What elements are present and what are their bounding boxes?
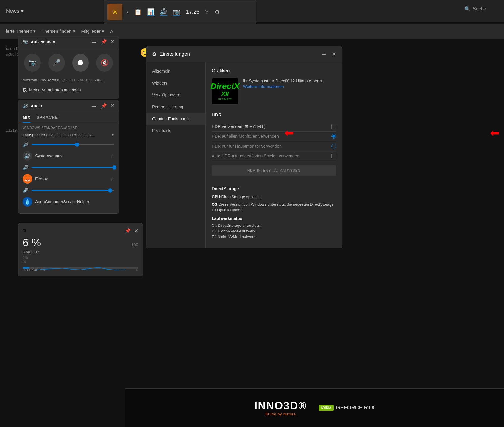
settings-minimize[interactable]: — <box>322 52 326 57</box>
hdr-all-monitors-label: HDR auf allen Monitoren verwenden <box>212 134 279 139</box>
no-mic-btn[interactable]: 🎤 <box>48 54 65 72</box>
firefox-name: Firefox <box>35 176 107 181</box>
bottom-pin[interactable]: 📌 <box>125 228 131 234</box>
main-volume-row: 🔊 <box>18 140 119 149</box>
aqua-icon: 💧 <box>23 197 32 207</box>
settings-close[interactable]: ✕ <box>332 51 336 57</box>
audio-tab-mix[interactable]: MIX <box>23 115 30 123</box>
ad-banner: INNO3D® Brutal by Nature NVIDIA GEFORCE … <box>125 388 504 427</box>
directx-link[interactable]: Weitere Informationen <box>243 84 324 89</box>
geforce-rtx-label: GEFORCE RTX <box>336 405 375 411</box>
forum-nav-members[interactable]: Mitglieder ▾ <box>81 29 104 34</box>
hdr-intensity-btn[interactable]: HDR-INTENSITÄT ANPASSEN <box>212 165 336 176</box>
forum-nav-themes[interactable]: ierte Themen ▾ <box>6 29 36 34</box>
taskbar-icon-camera[interactable]: 📷 <box>173 8 180 16</box>
settings-nav-widgets[interactable]: Widgets <box>146 77 205 89</box>
taskbar-icons: 📋 📊 🔊 📷 <box>134 8 180 16</box>
scroll-secs-label: 60 SEKUNDEN <box>23 268 45 272</box>
settings-body: Allgemein Widgets Verknüpfungen Personal… <box>146 62 342 248</box>
settings-gear-icon: ⚙ <box>152 51 157 57</box>
taskbar-arrow: › <box>127 10 128 14</box>
directx-roman: XII <box>221 90 229 97</box>
firefox-vol-icon: 🔊 <box>23 187 29 193</box>
forum-nav-a[interactable]: A <box>110 29 113 34</box>
aufzeichnen-controls: — 📌 ✕ <box>92 39 114 45</box>
main-volume-thumb <box>75 143 79 147</box>
audio-section-label: WINDOWS-STANDARDAUSGABE <box>18 123 119 131</box>
settings-nav-verknuepfungen[interactable]: Verknüpfungen <box>146 89 205 101</box>
hdr-section: HDR HDR verwenden (⊞ + Alt+B ) HDR auf a… <box>212 112 336 180</box>
audio-panel: 🔊 Audio — 📌 ✕ MIX SPRACHE WINDOWS-STANDA… <box>18 100 119 214</box>
systemsounds-volume-fill <box>32 167 114 168</box>
hdr-auto-row: Auto-HDR mit unterstützten Spielen verwe… <box>212 151 336 161</box>
directstorage-section: DirectStorage GPU:DirectStorage optimier… <box>212 186 336 239</box>
hdr-main-monitor-label: HDR nur für Hauptmonitor verwenden <box>212 144 282 148</box>
directx-text: DirectX <box>210 82 240 90</box>
hdr-all-monitors-radio[interactable] <box>331 134 336 139</box>
ds-drive-c: C:\ DirectStorage unterstützt <box>212 223 336 228</box>
ds-gpu-label: GPU: <box>212 195 221 199</box>
hdr-main-monitor-row: HDR nur für Hauptmonitor verwenden <box>212 141 336 151</box>
audio-close[interactable]: ✕ <box>110 103 114 109</box>
screenshot-btn[interactable]: 📷 <box>24 54 41 72</box>
settings-nav-personalisierung[interactable]: Personalisierung <box>146 101 205 113</box>
firefox-volume-row: 🔊 <box>18 186 119 195</box>
audio-device-chevron[interactable]: ∨ <box>111 132 114 137</box>
nvidia-logo-label: NVIDIA <box>319 405 334 411</box>
aufzeichnen-panel: 📷 Aufzeichnen — 📌 ✕ 📷 🎤 🔇 Alienware AW32… <box>18 36 119 99</box>
ds-title: DirectStorage <box>212 186 336 191</box>
bottom-panel-header: ⇅ 📌 ✕ <box>23 228 138 234</box>
filter-icon[interactable]: ⇅ <box>23 228 26 233</box>
bottom-close[interactable]: ✕ <box>134 228 138 234</box>
taskbar-icon-volume[interactable]: 🔊 <box>160 8 167 16</box>
systemsounds-volume-row: 🔊 <box>18 163 119 172</box>
settings-panel: ⚙ Einstellungen — ✕ Allgemein Widgets Ve… <box>146 46 342 248</box>
aufzeichnen-minimize[interactable]: — <box>92 40 96 44</box>
nvidia-badge: NVIDIA GEFORCE RTX <box>319 405 375 411</box>
main-vol-icon: 🔊 <box>23 142 29 147</box>
game-icon[interactable]: ⚔ <box>107 4 122 20</box>
search-label: Suche <box>473 6 486 12</box>
news-dropdown-arrow: ▾ <box>21 8 24 14</box>
cpu-max: 100 <box>131 243 138 247</box>
taskbar-overlay: ⚔ › 📋 📊 🔊 📷 17:26 🖱 ⚙ <box>104 0 256 24</box>
record-btn[interactable] <box>72 54 89 72</box>
aufzeichnen-link[interactable]: 🖼 Meine Aufnahmen anzeigen <box>18 85 119 95</box>
mute-btn[interactable]: 🔇 <box>96 54 113 72</box>
audio-pin[interactable]: 📌 <box>101 103 107 109</box>
aufzeichnen-close[interactable]: ✕ <box>110 39 114 45</box>
aufzeichnen-pin[interactable]: 📌 <box>101 39 107 45</box>
firefox-star[interactable]: ☆ <box>110 176 114 182</box>
ds-os-value: Diese Version von Windows unterstützt di… <box>212 202 334 212</box>
directx-desc-area: Ihr System ist für DirectX 12 Ultimate b… <box>243 78 324 89</box>
hdr-main-monitor-radio[interactable] <box>331 144 336 148</box>
taskbar-icon-gear[interactable]: ⚙ <box>214 8 220 15</box>
graphics-title: Grafiken <box>212 68 336 73</box>
settings-nav-allgemein[interactable]: Allgemein <box>146 65 205 77</box>
settings-nav-gaming[interactable]: Gaming-Funktionen <box>146 113 205 125</box>
forum-nav-find[interactable]: Themen finden ▾ <box>42 29 75 34</box>
main-volume-slider[interactable] <box>32 144 114 145</box>
ds-drive-e: E:\ Nicht-NVMe-Laufwerk <box>212 234 336 239</box>
firefox-volume-thumb <box>108 188 112 193</box>
hdr-use-row: HDR verwenden (⊞ + Alt+B ) <box>212 122 336 132</box>
firefox-icon: 🦊 <box>23 174 32 184</box>
systemsounds-star[interactable]: ☆ <box>110 153 114 159</box>
ds-gpu-value: DirectStorage optimiert <box>221 195 261 199</box>
scroll-zero-label: 0 <box>136 268 138 272</box>
taskbar-icon-clipboard[interactable]: 📋 <box>134 8 142 15</box>
taskbar-icon-monitor[interactable]: 📊 <box>147 8 155 16</box>
audio-tab-speech[interactable]: SPRACHE <box>36 115 58 123</box>
settings-nav-feedback[interactable]: Feedback <box>146 125 205 137</box>
systemsounds-vol-icon: 🔊 <box>23 165 29 170</box>
ds-os-row: OS:Diese Version von Windows unterstützt… <box>212 201 336 213</box>
hdr-auto-checkbox[interactable] <box>331 154 336 158</box>
hdr-auto-label: Auto-HDR mit unterstützten Spielen verwe… <box>212 154 299 158</box>
search-area: 🔍 Suche <box>464 6 486 12</box>
audio-minimize[interactable]: — <box>92 104 96 108</box>
taskbar-icon-mouse[interactable]: 🖱 <box>204 9 210 15</box>
firefox-volume-slider[interactable] <box>32 190 114 191</box>
systemsounds-volume-slider[interactable] <box>32 167 114 168</box>
hdr-use-checkbox[interactable] <box>331 124 336 129</box>
news-tab[interactable]: News ▾ <box>6 8 24 14</box>
